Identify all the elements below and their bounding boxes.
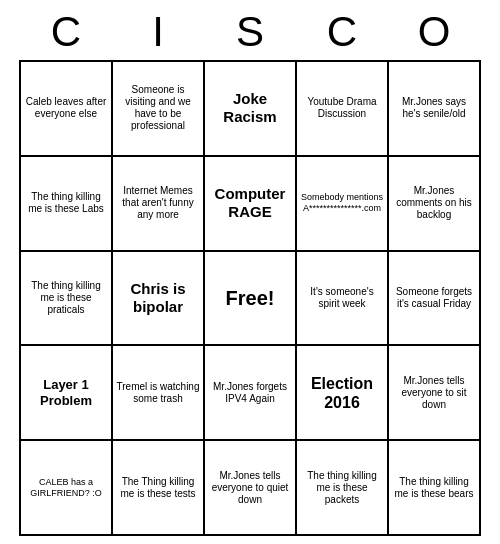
bingo-cell-13: It's someone's spirit week: [296, 251, 388, 346]
bingo-cell-6: Internet Memes that aren't funny any mor…: [112, 156, 204, 251]
bingo-cell-24: The thing killing me is these bears: [388, 440, 480, 535]
bingo-cell-19: Mr.Jones tells everyone to sit down: [388, 345, 480, 440]
bingo-cell-23: The thing killing me is these packets: [296, 440, 388, 535]
bingo-cell-20: CALEB has a GIRLFRIEND? :O: [20, 440, 112, 535]
bingo-cell-2: Joke Racism: [204, 61, 296, 156]
bingo-cell-1: Someone is visiting and we have to be pr…: [112, 61, 204, 156]
bingo-cell-5: The thing killing me is these Labs: [20, 156, 112, 251]
title-letter-s: S: [220, 8, 280, 56]
bingo-cell-12: Free!: [204, 251, 296, 346]
bingo-cell-7: Computer RAGE: [204, 156, 296, 251]
bingo-cell-9: Mr.Jones comments on his backlog: [388, 156, 480, 251]
title-letter-c1: C: [36, 8, 96, 56]
bingo-cell-21: The Thing killing me is these tests: [112, 440, 204, 535]
bingo-cell-11: Chris is bipolar: [112, 251, 204, 346]
bingo-cell-17: Mr.Jones forgets IPV4 Again: [204, 345, 296, 440]
bingo-cell-16: Tremel is watching some trash: [112, 345, 204, 440]
bingo-cell-15: Layer 1 Problem: [20, 345, 112, 440]
bingo-cell-3: Youtube Drama Discussion: [296, 61, 388, 156]
title-letter-c2: C: [312, 8, 372, 56]
bingo-cell-10: The thing killing me is these praticals: [20, 251, 112, 346]
title-letter-o: O: [404, 8, 464, 56]
bingo-cell-4: Mr.Jones says he's senile/old: [388, 61, 480, 156]
title-letter-i: I: [128, 8, 188, 56]
bingo-cell-22: Mr.Jones tells everyone to quiet down: [204, 440, 296, 535]
bingo-cell-14: Someone forgets it's casual Friday: [388, 251, 480, 346]
bingo-cell-0: Caleb leaves after everyone else: [20, 61, 112, 156]
bingo-cell-18: Election 2016: [296, 345, 388, 440]
bingo-cell-8: Somebody mentions A***************.com: [296, 156, 388, 251]
bingo-title: C I S C O: [20, 0, 480, 60]
bingo-grid: Caleb leaves after everyone elseSomeone …: [19, 60, 481, 536]
